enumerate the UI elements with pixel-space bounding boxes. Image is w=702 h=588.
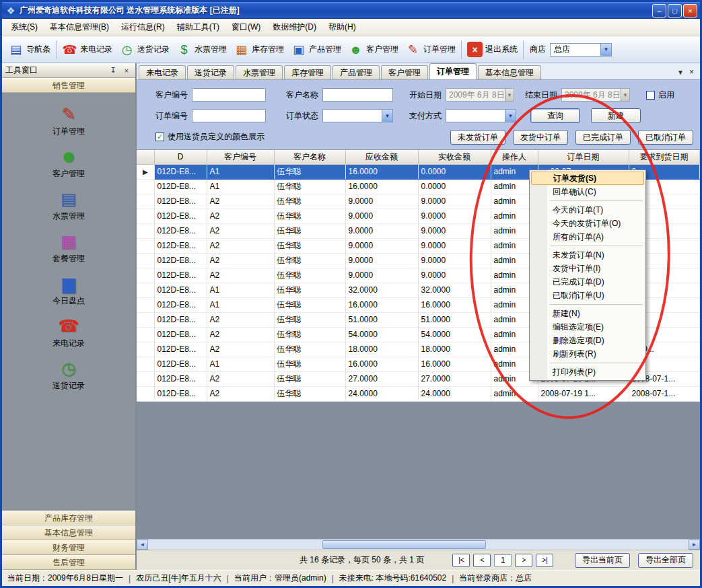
minimize-button[interactable]: – [652,4,666,17]
row-selector-cell[interactable] [137,253,154,268]
tab-menu-icon[interactable]: ▼ [677,69,684,76]
row-selector-cell[interactable]: ▶ [137,164,154,179]
row-selector-cell[interactable] [137,386,154,401]
prev-page-button[interactable]: < [473,554,491,567]
row-selector-cell[interactable] [137,223,154,238]
row-selector-cell[interactable] [137,283,154,297]
context-menu-item-3[interactable]: 今天的订单(T) [531,203,644,217]
toolbar-product-button[interactable]: ▣产品管理 [287,40,345,59]
row-selector-cell[interactable] [137,194,154,209]
scrollbar-thumb[interactable] [322,540,486,549]
sidebar-section-1[interactable]: 基本信息管理 [2,525,135,540]
close-icon[interactable]: × [121,65,132,76]
tab-4[interactable]: 产品管理 [332,65,380,79]
last-page-button[interactable]: >| [536,554,553,567]
context-menu-item-9[interactable]: 已完成订单(D) [531,275,644,289]
chevron-down-icon[interactable]: ▼ [505,110,516,122]
new-button[interactable]: 新建 [591,108,641,123]
context-menu-item-12[interactable]: 新建(N) [531,307,644,320]
tab-7[interactable]: 基本信息管理 [478,65,541,79]
end-date-picker[interactable]: 2009年 6月 8日 ▼ [561,88,630,102]
scroll-left-icon[interactable]: ◄ [137,540,148,550]
row-selector-cell[interactable] [137,179,154,194]
context-menu-item-1[interactable]: 回单确认(C) [531,185,644,198]
context-menu-item-17[interactable]: 打印列表(P) [531,365,644,379]
first-page-button[interactable]: |< [452,554,470,567]
title-bar[interactable]: ❖ 广州爱奇迪软件科技有限公司 送水管理系统标准版本 [已注册] – □ × [2,2,700,19]
toolbar-water-ticket-button[interactable]: $水票管理 [173,40,230,59]
sidebar-item-water-ticket-manage[interactable]: ▤水票管理 [2,188,135,222]
chevron-down-icon[interactable]: ▼ [382,110,392,122]
start-date-picker[interactable]: 2009年 6月 8日 ▼ [446,88,514,102]
sidebar-item-delivery-record[interactable]: ◷送货记录 [2,358,135,392]
scroll-right-icon[interactable]: ► [689,540,700,550]
row-selector-cell[interactable] [137,297,154,312]
context-menu-item-7[interactable]: 未发货订单(N) [531,248,644,262]
export-current-page-button[interactable]: 导出当前页 [575,553,630,568]
row-selector-cell[interactable] [137,327,154,342]
query-button[interactable]: 查询 [530,108,580,123]
context-menu-item-4[interactable]: 今天的发货订单(O) [531,217,644,230]
sidebar-item-customer-manage[interactable]: ☻客户管理 [2,146,135,180]
menubar-item-4[interactable]: 窗口(W) [225,19,267,36]
tab-3[interactable]: 库存管理 [284,65,331,79]
context-menu-item-15[interactable]: 刷新列表(R) [531,347,644,361]
context-menu-item-13[interactable]: 编辑选定项(E) [531,320,644,334]
row-selector-cell[interactable] [137,371,154,386]
sidebar-item-order-manage[interactable]: ✎订单管理 [2,104,135,137]
grid-column-header-2[interactable]: 客户名称 [274,150,345,164]
context-menu-item-10[interactable]: 已取消订单(U) [531,289,644,302]
grid-column-header-6[interactable]: 订单日期 [538,150,629,164]
page-number-input[interactable] [494,554,512,566]
row-selector-cell[interactable] [137,357,154,371]
sidebar-item-call-record[interactable]: ☎来电记录 [2,316,135,349]
tab-5[interactable]: 客户管理 [381,65,428,79]
table-row[interactable]: 012D-E8...A2伍华聪24.000024.0000admin2008-0… [137,386,699,401]
status-filter-button-3[interactable]: 已取消订单 [638,130,693,145]
customer-no-input[interactable] [192,88,266,102]
tab-6[interactable]: 订单管理 [429,63,477,79]
chevron-down-icon[interactable]: ▼ [621,89,629,101]
chevron-down-icon[interactable]: ▼ [600,44,611,56]
order-no-input[interactable] [192,109,266,122]
toolbar-inventory-button[interactable]: ▦库存管理 [230,40,287,59]
context-menu-item-5[interactable]: 所有的订单(A) [531,230,644,244]
menubar-item-6[interactable]: 帮助(H) [322,19,362,36]
pay-method-select[interactable]: ▼ [446,109,516,122]
toolbar-order-button[interactable]: ✎订单管理 [402,40,459,59]
row-selector-cell[interactable] [137,268,154,283]
toolbar-delivery-record-button[interactable]: ◷送货记录 [116,40,173,59]
tab-close-icon[interactable]: × [689,67,694,77]
toolbar-customer-button[interactable]: ☻客户管理 [345,40,402,59]
tab-2[interactable]: 水票管理 [236,65,283,79]
status-filter-button-2[interactable]: 已完成订单 [575,130,631,145]
status-filter-button-0[interactable]: 未发货订单 [450,130,505,145]
next-page-button[interactable]: > [515,554,532,567]
order-status-select[interactable]: ▼ [322,109,393,122]
grid-column-header-4[interactable]: 实收金额 [418,150,491,164]
status-filter-button-1[interactable]: 发货中订单 [513,130,568,145]
tab-0[interactable]: 来电记录 [139,65,186,79]
context-menu-item-0[interactable]: 订单发货(S) [531,172,644,185]
tab-1[interactable]: 送货记录 [187,65,234,79]
horizontal-scrollbar[interactable]: ◄ ► [137,539,700,550]
context-menu-item-14[interactable]: 删除选定项(D) [531,334,644,347]
row-selector-cell[interactable] [137,209,154,223]
toolbar-nav-bar-button[interactable]: ▤导航条 [5,40,54,59]
color-display-checkbox[interactable]: ✓ [155,133,164,141]
menubar-item-2[interactable]: 运行信息(R) [115,19,171,36]
sidebar-item-today-check[interactable]: ▆今日盘点 [2,273,135,307]
customer-name-input[interactable] [322,88,393,102]
row-selector-cell[interactable] [137,342,154,357]
export-all-pages-button[interactable]: 导出全部页 [638,553,693,568]
toolbar-call-record-button[interactable]: ☎来电记录 [59,40,116,59]
sidebar-item-package-manage[interactable]: ▦套餐管理 [2,231,135,264]
store-select[interactable]: 总店 ▼ [550,43,612,57]
menubar-item-3[interactable]: 辅助工具(T) [171,19,225,36]
menubar-item-0[interactable]: 系统(S) [5,19,44,36]
maximize-button[interactable]: □ [668,4,682,17]
enable-checkbox[interactable] [646,91,655,100]
grid-column-header-7[interactable]: 要求到货日期 [629,150,699,164]
grid-column-header-0[interactable]: D [154,150,207,164]
chevron-down-icon[interactable]: ▼ [505,89,514,101]
